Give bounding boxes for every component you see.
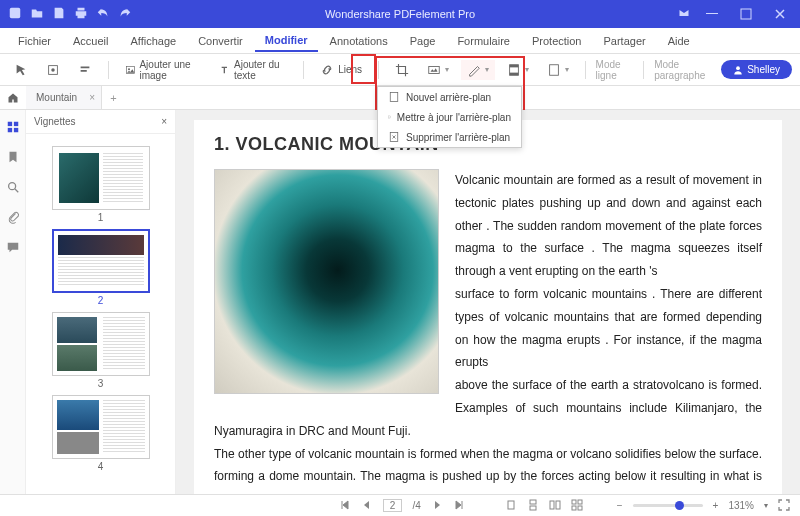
svg-rect-0 xyxy=(10,8,21,19)
tab-home[interactable] xyxy=(0,92,26,104)
tab-close[interactable]: × xyxy=(89,92,95,103)
page-total: /4 xyxy=(412,500,420,511)
links-button[interactable]: Liens xyxy=(314,60,368,80)
svg-rect-12 xyxy=(509,72,518,75)
document-view[interactable]: 1. VOLCANIC MOUNTAIN Volcanic mountain a… xyxy=(176,110,800,494)
svg-rect-9 xyxy=(429,66,440,73)
tab-add[interactable]: + xyxy=(102,92,124,104)
bates-tool[interactable]: ▾ xyxy=(541,60,575,80)
maximize-button[interactable] xyxy=(734,4,758,24)
mode-paragraph[interactable]: Mode paragraphe xyxy=(654,59,715,81)
svg-point-8 xyxy=(128,68,130,70)
svg-rect-15 xyxy=(390,93,398,102)
zoom-slider[interactable] xyxy=(633,504,703,507)
page-last-icon[interactable] xyxy=(453,499,465,513)
svg-rect-25 xyxy=(530,506,536,510)
svg-rect-13 xyxy=(549,64,558,75)
toolbar: Ajouter une image Ajouter du texte Liens… xyxy=(0,54,800,86)
svg-point-14 xyxy=(736,66,740,70)
menubar: Fichier Accueil Affichage Convertir Modi… xyxy=(0,28,800,54)
app-title: Wondershare PDFelement Pro xyxy=(325,8,475,20)
page-first-icon[interactable] xyxy=(339,499,351,513)
svg-point-4 xyxy=(51,68,55,72)
header-footer-tool[interactable]: ▾ xyxy=(501,60,535,80)
thumb-page-4[interactable]: 4 xyxy=(26,395,175,472)
user-pill[interactable]: Shelley xyxy=(721,60,792,79)
svg-rect-19 xyxy=(13,122,17,126)
svg-rect-23 xyxy=(508,501,514,509)
svg-rect-20 xyxy=(7,128,11,132)
menu-convertir[interactable]: Convertir xyxy=(188,31,253,51)
view-continuous-icon[interactable] xyxy=(527,499,539,513)
print-icon[interactable] xyxy=(74,6,88,22)
mail-icon[interactable] xyxy=(678,7,690,21)
zoom-dropdown-icon[interactable]: ▾ xyxy=(764,501,768,510)
menu-formulaire[interactable]: Formulaire xyxy=(447,31,520,51)
thumb-page-2[interactable]: 2 xyxy=(26,229,175,306)
watermark-tool[interactable]: ▾ xyxy=(421,60,455,80)
svg-rect-6 xyxy=(81,70,87,72)
redo-icon[interactable] xyxy=(118,6,132,22)
background-dropdown: Nouvel arrière-plan Mettre à jour l'arri… xyxy=(377,86,522,148)
svg-rect-31 xyxy=(578,506,582,510)
side-comment-icon[interactable] xyxy=(6,240,20,256)
view-single-icon[interactable] xyxy=(505,499,517,513)
body-paragraph-2: The other type of volcanic mountain is f… xyxy=(214,443,762,494)
side-attachment-icon[interactable] xyxy=(6,210,20,226)
document-image xyxy=(214,169,439,394)
thumbnails-close[interactable]: × xyxy=(161,116,167,127)
page-prev-icon[interactable] xyxy=(361,499,373,513)
svg-rect-29 xyxy=(578,500,582,504)
svg-rect-30 xyxy=(572,506,576,510)
minimize-button[interactable] xyxy=(700,4,724,24)
add-image-button[interactable]: Ajouter une image xyxy=(119,56,208,84)
dropdown-remove-bg[interactable]: Supprimer l'arrière-plan xyxy=(378,127,521,147)
dropdown-new-bg[interactable]: Nouvel arrière-plan xyxy=(378,87,521,107)
menu-annotations[interactable]: Annotations xyxy=(320,31,398,51)
menu-aide[interactable]: Aide xyxy=(658,31,700,51)
background-tool[interactable]: ▾ xyxy=(461,60,495,80)
svg-point-22 xyxy=(8,183,15,190)
side-thumbnails-icon[interactable] xyxy=(6,120,20,136)
svg-rect-11 xyxy=(509,64,518,67)
close-button[interactable] xyxy=(768,4,792,24)
crop-tool[interactable] xyxy=(389,60,415,80)
page-next-icon[interactable] xyxy=(431,499,443,513)
undo-icon[interactable] xyxy=(96,6,110,22)
save-icon[interactable] xyxy=(52,6,66,22)
thumb-page-1[interactable]: 1 xyxy=(26,146,175,223)
thumbnails-title: Vignettes xyxy=(34,116,76,127)
add-text-button[interactable]: Ajouter du texte xyxy=(213,56,293,84)
menu-protection[interactable]: Protection xyxy=(522,31,592,51)
svg-rect-2 xyxy=(741,9,751,19)
zoom-in-icon[interactable]: + xyxy=(713,500,719,511)
svg-rect-16 xyxy=(389,116,391,118)
svg-rect-1 xyxy=(706,13,718,14)
view-facing-cont-icon[interactable] xyxy=(571,499,583,513)
svg-rect-18 xyxy=(7,122,11,126)
menu-accueil[interactable]: Accueil xyxy=(63,31,118,51)
menu-affichage[interactable]: Affichage xyxy=(120,31,186,51)
menu-page[interactable]: Page xyxy=(400,31,446,51)
svg-rect-24 xyxy=(530,500,536,504)
page-current[interactable]: 2 xyxy=(383,499,403,512)
zoom-out-icon[interactable]: − xyxy=(617,500,623,511)
svg-rect-27 xyxy=(556,501,560,509)
side-bookmark-icon[interactable] xyxy=(6,150,20,166)
fullscreen-icon[interactable] xyxy=(778,499,790,513)
menu-partager[interactable]: Partager xyxy=(593,31,655,51)
zoom-value: 131% xyxy=(728,500,754,511)
svg-rect-21 xyxy=(13,128,17,132)
menu-fichier[interactable]: Fichier xyxy=(8,31,61,51)
view-facing-icon[interactable] xyxy=(549,499,561,513)
menu-modifier[interactable]: Modifier xyxy=(255,30,318,52)
select-tool[interactable] xyxy=(8,60,34,80)
open-icon[interactable] xyxy=(30,6,44,22)
edit-object-tool[interactable] xyxy=(40,60,66,80)
tab-document[interactable]: Mountain× xyxy=(26,86,102,109)
dropdown-update-bg[interactable]: Mettre à jour l'arrière-plan xyxy=(378,107,521,127)
edit-text-tool[interactable] xyxy=(72,60,98,80)
thumb-page-3[interactable]: 3 xyxy=(26,312,175,389)
side-search-icon[interactable] xyxy=(6,180,20,196)
mode-line[interactable]: Mode ligne xyxy=(596,59,634,81)
